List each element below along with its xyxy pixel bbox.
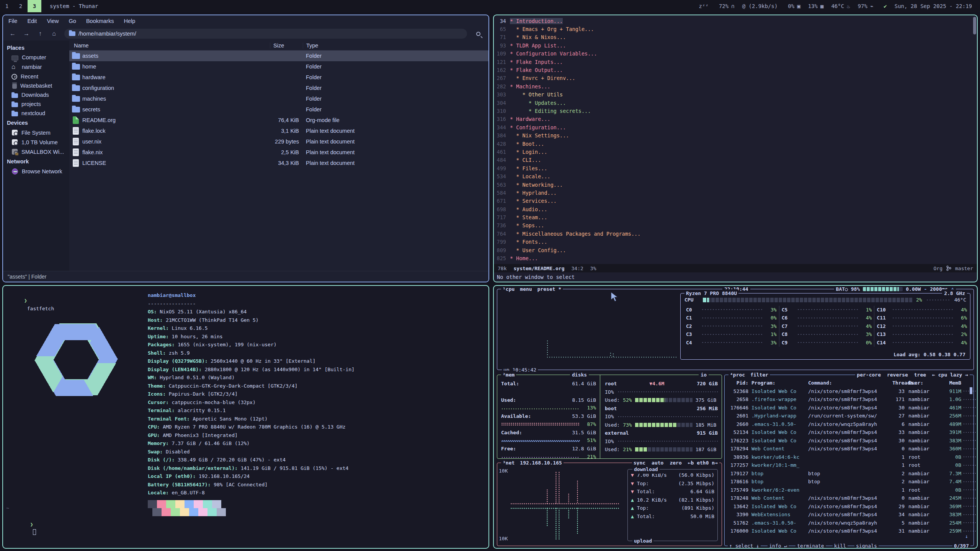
org-heading-line[interactable]: 282 * Machines... (494, 82, 972, 90)
org-heading-line[interactable]: 109 * Configuration Variables... (494, 50, 972, 58)
workspace-button[interactable]: 2 (14, 0, 28, 12)
updates-ok-icon[interactable]: ✔ (881, 3, 887, 9)
process-row[interactable]: 2658 .firefox-wrappe /nix/store/sm8fmrf3… (725, 395, 973, 404)
cpu-panel-button[interactable]: menu (520, 285, 532, 293)
process-row[interactable]: 176000 Isolated Web Co /nix/store/sm8fmr… (725, 527, 973, 535)
temperature-icon[interactable]: 46°C ♨ (831, 3, 850, 9)
cpu-panel-button[interactable]: preset * (537, 285, 562, 293)
proc-option-button[interactable]: reverse (887, 371, 908, 379)
file-row[interactable]: configuration Folder (69, 83, 488, 93)
sidebar-device-item[interactable]: File System (3, 128, 69, 137)
file-row[interactable]: flake.lock 3,1 KiB Plain text document (69, 126, 488, 136)
file-row[interactable]: flake.nix 2,5 KiB Plain text document (69, 147, 488, 158)
battery-icon[interactable]: 97% ⌁ (858, 3, 874, 9)
org-heading-line[interactable]: 484 * CLI... (494, 156, 972, 164)
process-row[interactable]: 51762 .emacs-31.0.50- /nix/store/wnqz5pa… (725, 519, 973, 527)
proc-option-button[interactable]: ← cpu lazy → (932, 371, 968, 379)
process-row[interactable]: 3390 WebExtensions /nix/store/sm8fmrf3wp… (725, 510, 973, 519)
cpu-panel-button[interactable]: ¹cpu (503, 285, 514, 293)
org-heading-line[interactable]: 316 * Hardware... (494, 115, 972, 123)
file-row[interactable]: hardware Folder (69, 72, 488, 83)
column-size[interactable]: Size (270, 42, 303, 49)
org-heading-line[interactable]: 304 * Updates... (494, 99, 972, 107)
org-heading-line[interactable]: 428 * Boot... (494, 140, 972, 148)
process-row[interactable]: 178294 Web Content /nix/store/sm8fmrf3wp… (725, 445, 973, 453)
column-name[interactable]: Name (69, 42, 270, 49)
memory-usage-icon[interactable]: 13% ▦ (808, 3, 824, 9)
column-type[interactable]: Type (303, 42, 488, 49)
back-button[interactable]: ← (7, 29, 18, 39)
workspace-button[interactable]: 3 (28, 0, 41, 12)
process-row[interactable]: 52134 Isolated Web Co /nix/store/sm8fmrf… (725, 428, 973, 437)
org-heading-line[interactable]: 93 * TLDR App List... (494, 41, 972, 49)
file-row[interactable]: home Folder (69, 61, 488, 72)
org-heading-line[interactable]: 534 * Locale... (494, 172, 972, 180)
org-heading-line[interactable]: 584 * Hyprland... (494, 189, 972, 197)
col-user[interactable]: User: (908, 379, 941, 387)
file-row[interactable]: secrets Folder (69, 104, 488, 115)
process-row[interactable]: 178248 Web Content /nix/store/sm8fmrf3wp… (725, 494, 973, 502)
process-row[interactable]: 177257 kworker/10:1-mm_ 1 root 0B 0.0 (725, 461, 973, 469)
net-option-button[interactable]: zero (670, 459, 681, 467)
org-heading-line[interactable]: 717 * Steam... (494, 213, 972, 221)
org-heading-line[interactable]: 499 * Files... (494, 164, 972, 172)
process-row[interactable]: 176223 Isolated Web Co /nix/store/sm8fmr… (725, 437, 973, 445)
col-pid[interactable]: Pid: (728, 379, 751, 387)
file-row[interactable]: assets Folder (69, 51, 488, 61)
proc-scrollbar[interactable] (970, 387, 972, 394)
process-row[interactable]: 2601 .Hyprland-wrapp /run/current-system… (725, 412, 973, 420)
proc-option-button[interactable]: tree (914, 371, 926, 379)
terminal-window[interactable]: ❯ fastfetch nambiar@smallbox -----------… (2, 285, 489, 549)
menu-item[interactable]: Help (124, 18, 135, 24)
workspace-button[interactable]: 1 (0, 0, 14, 12)
menu-item[interactable]: File (8, 18, 17, 24)
org-heading-line[interactable]: 736 * Sops... (494, 222, 972, 230)
org-heading-line[interactable]: 671 * Services... (494, 197, 972, 205)
col-command[interactable]: Command: (808, 379, 892, 387)
clock-date-icon[interactable]: Sun, 28 Sep 2025 - 22:19 (895, 3, 975, 9)
process-row[interactable]: 13642 Isolated Web Co /nix/store/sm8fmrf… (725, 502, 973, 511)
org-buffer[interactable]: 34 * Introduction... 65 * Emacs + Org + … (494, 17, 972, 271)
org-heading-line[interactable]: 563 * Networking... (494, 181, 972, 189)
org-heading-line[interactable]: 71 * Nix & Nixos... (494, 33, 972, 41)
org-heading-line[interactable]: 121 * Flake Inputs... (494, 58, 972, 66)
up-button[interactable]: ↑ (34, 29, 46, 39)
proc-footer-button[interactable]: kill (833, 542, 848, 549)
proc-footer-button[interactable]: signals (854, 542, 879, 549)
process-row[interactable]: 178616 btop btop 2 nambiar 7.4M 0.0 (725, 478, 973, 486)
org-heading-line[interactable]: 799 * Fonts... (494, 238, 972, 246)
org-heading-line[interactable]: 310 * Editing secrets... (494, 107, 972, 115)
cpu-usage-icon[interactable]: 0% ▣ (788, 3, 800, 9)
process-row[interactable]: 179127 btop btop 2 nambiar 7.3M 0.0 (725, 469, 973, 478)
org-heading-line[interactable]: 162 * Flake Output... (494, 66, 972, 74)
file-row[interactable]: user.nix 229 bytes Plain text document (69, 136, 488, 147)
org-heading-line[interactable]: 384 * Nix Settings... (494, 131, 972, 139)
menu-item[interactable]: Bookmarks (86, 18, 114, 24)
org-heading-line[interactable]: 825 * Home... (494, 254, 972, 262)
process-row[interactable]: 52368 Isolated Web Co /nix/store/sm8fmrf… (725, 387, 973, 396)
sidebar-network-item[interactable]: Browse Network (3, 166, 69, 176)
filter-button[interactable]: filter (750, 371, 768, 379)
org-heading-line[interactable]: 764 * Miscellaneous Packages and Program… (494, 230, 972, 238)
file-row[interactable]: machines Folder (69, 93, 488, 104)
forward-button[interactable]: → (21, 29, 32, 39)
headphones-volume-icon[interactable]: 72% ∩ (719, 3, 735, 9)
proc-footer-button[interactable]: ↑ select ↓ (728, 542, 761, 549)
emacs-scrollbar[interactable] (973, 17, 976, 34)
org-heading-line[interactable]: 344 * Configuration... (494, 123, 972, 131)
file-row[interactable]: LICENSE 34,3 KiB Plain text document (69, 158, 488, 168)
net-panel-button[interactable]: ³net (503, 459, 514, 467)
sidebar-place-item[interactable]: Downloads (3, 90, 69, 99)
org-heading-line[interactable]: 303 * Other Utils (494, 91, 972, 99)
sidebar-device-item[interactable]: 1,0 TB Volume (3, 137, 69, 147)
sidebar-place-item[interactable]: nextcloud (3, 109, 69, 118)
network-speed-icon[interactable]: @ (2.9kb/s) (742, 3, 781, 9)
home-button[interactable]: ⌂ (48, 29, 60, 39)
sidebar-device-item[interactable]: SMALLBOX Wi... (3, 147, 69, 156)
search-button[interactable] (472, 29, 485, 39)
interval-minus-button[interactable]: - (924, 285, 927, 293)
org-heading-line[interactable]: 65 * Emacs + Org + Tangle... (494, 25, 972, 33)
col-threads[interactable]: Threads: (892, 379, 908, 387)
org-heading-line[interactable]: 34 * Introduction... (494, 17, 972, 25)
menu-item[interactable]: Go (69, 18, 76, 24)
